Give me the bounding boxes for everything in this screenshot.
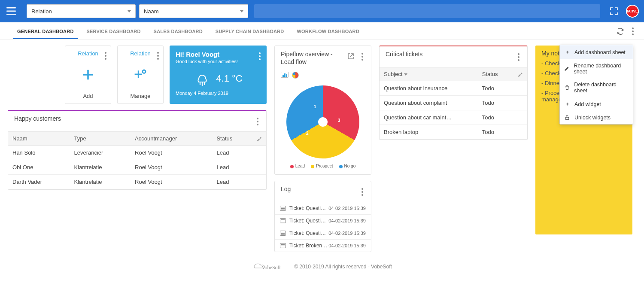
quick-cards-row: Relation Add Relation Manage: [8, 46, 267, 104]
card-menu-button[interactable]: [103, 50, 108, 61]
tab-toolbar: [616, 26, 635, 37]
list-icon: [280, 231, 286, 236]
dashboard-content: Relation Add Relation Manage: [0, 40, 644, 256]
log-item[interactable]: Ticket: Questi…04-02-2019 15:39: [275, 214, 371, 227]
col-type[interactable]: Type: [70, 132, 131, 146]
external-link-icon: [347, 53, 354, 60]
card-action: Manage: [131, 93, 151, 99]
svg-rect-1: [6, 11, 16, 12]
refresh-icon: [617, 27, 624, 35]
list-icon: [280, 243, 286, 248]
table-row[interactable]: Han SoloLeverancierRoel VoogtLead: [8, 146, 266, 160]
table-row[interactable]: Question about complaintTodo: [380, 96, 527, 110]
table-row[interactable]: Question about insuranceTodo: [380, 81, 527, 96]
tab-sales-dashboard[interactable]: SALES DASHBOARD: [149, 24, 207, 39]
table-settings-button[interactable]: [252, 132, 266, 146]
card-menu-button[interactable]: [360, 51, 365, 62]
col-status[interactable]: Status: [212, 132, 252, 146]
weather-temperature: 4.1 °C: [216, 73, 242, 84]
pencil-icon: [564, 66, 569, 71]
plus-icon: ＋: [564, 49, 570, 56]
col-naam[interactable]: Naam: [8, 132, 70, 146]
search-input[interactable]: [254, 4, 600, 18]
table-row[interactable]: Broken laptopTodo: [380, 125, 527, 140]
menu-add-widget[interactable]: ＋ Add widget: [560, 97, 633, 111]
dashboard-menu-button[interactable]: [630, 26, 635, 37]
critical-tickets-widget: Critical tickets Subject Status Question…: [379, 46, 528, 140]
add-relation-card[interactable]: Relation Add: [65, 46, 111, 104]
legend-item: Prospect: [311, 164, 333, 168]
list-icon: [280, 206, 286, 211]
open-link-button[interactable]: [346, 52, 355, 61]
footer-logo: VobeSoft: [252, 261, 291, 273]
tab-service-dashboard[interactable]: SERVICE DASHBOARD: [82, 24, 145, 39]
widget-title: Pipeflow overview - Lead flow: [281, 50, 346, 66]
chart-legend: Lead Prospect No go: [290, 164, 355, 168]
menu-add-dashboard-sheet[interactable]: ＋ Add dashboard sheet: [560, 45, 633, 59]
refresh-button[interactable]: [616, 27, 625, 36]
col-subject[interactable]: Subject: [380, 67, 478, 81]
widget-title: Log: [281, 186, 291, 192]
svg-text:VobeSoft: VobeSoft: [262, 265, 281, 271]
happy-customers-widget: Happy customers Naam Type Accountmanager…: [8, 110, 267, 190]
card-title: Relation: [130, 50, 151, 57]
relation-dropdown[interactable]: Relation: [27, 4, 136, 18]
log-item[interactable]: Ticket: Questi…04-02-2019 15:39: [275, 227, 371, 239]
menu-delete-dashboard-sheet[interactable]: Delete dashboard sheet: [560, 78, 633, 97]
hamburger-icon: [6, 7, 16, 15]
log-widget: Log Ticket: Questi…04-02-2019 15:39 Tick…: [274, 181, 371, 252]
trash-icon: [564, 85, 570, 90]
card-menu-button[interactable]: [257, 51, 262, 62]
card-menu-button[interactable]: [255, 116, 260, 127]
critical-tickets-table: Subject Status Question about insuranceT…: [380, 67, 527, 140]
topbar: Relation Naam MARVEL: [0, 0, 644, 22]
log-item[interactable]: Ticket: Questi…04-02-2019 15:39: [275, 202, 371, 214]
tab-general-dashboard[interactable]: GENERAL DASHBOARD: [13, 24, 78, 39]
card-menu-button[interactable]: [360, 186, 365, 198]
pie-label-nogo: 1: [314, 104, 316, 109]
footer-copyright: © 2010-2019 All rights reserved - VobeSo…: [294, 264, 392, 270]
table-settings-button[interactable]: [513, 67, 527, 81]
pie-label-lead: 3: [338, 118, 340, 123]
weather-card: Hi! Roel Voogt Good luck with your activ…: [170, 46, 267, 104]
fullscreen-button[interactable]: [608, 5, 620, 17]
widget-title: Happy customers: [14, 115, 61, 122]
weather-date: Monday 4 February 2019: [176, 91, 261, 96]
menu-rename-dashboard-sheet[interactable]: Rename dashboard sheet: [560, 59, 633, 78]
unlock-icon: [564, 115, 570, 120]
col-accountmanager[interactable]: Accountmanager: [131, 132, 212, 146]
chevron-down-icon: [128, 10, 131, 12]
relation-dropdown-label: Relation: [31, 8, 52, 15]
tab-workflow-dashboard[interactable]: WORKFLOW DASHBOARD: [293, 24, 364, 39]
hamburger-menu[interactable]: [5, 5, 17, 17]
bar-chart-toggle[interactable]: [281, 72, 289, 78]
wrench-icon: [256, 136, 262, 142]
avatar[interactable]: MARVEL: [626, 5, 639, 18]
svg-rect-2: [6, 14, 16, 15]
col-status[interactable]: Status: [478, 67, 513, 81]
tab-supply-chain-dashboard[interactable]: SUPPLY CHAIN DASHBOARD: [211, 24, 289, 39]
weather-subtext: Good luck with your activities!: [176, 59, 261, 64]
card-menu-button[interactable]: [155, 50, 161, 61]
plus-icon: ＋: [564, 100, 570, 108]
chevron-down-icon: [240, 10, 243, 12]
menu-unlock-widgets[interactable]: Unlock widgets: [560, 111, 633, 124]
card-menu-button[interactable]: [516, 52, 521, 63]
card-action: Add: [83, 93, 93, 99]
table-row[interactable]: Obi OneKlantrelatieRoel VoogtLead: [8, 160, 266, 175]
list-icon: [280, 218, 286, 223]
pipeflow-widget: Pipeflow overview - Lead flow 3 2 1: [274, 46, 371, 175]
wrench-icon: [517, 71, 523, 77]
naam-dropdown[interactable]: Naam: [139, 4, 248, 18]
plus-gear-icon: [133, 67, 148, 82]
manage-relation-card[interactable]: Relation Manage: [117, 46, 164, 104]
footer: VobeSoft © 2010-2019 All rights reserved…: [0, 256, 644, 281]
table-row[interactable]: Question about car maint…Todo: [380, 110, 527, 125]
log-item[interactable]: Ticket: Broken…04-02-2019 15:39: [275, 239, 371, 252]
pie-chart-toggle[interactable]: [292, 72, 299, 79]
fullscreen-icon: [610, 7, 618, 15]
plus-icon: [81, 67, 95, 82]
table-row[interactable]: Darth VaderKlantrelatieRoel VoogtLead: [8, 175, 266, 189]
svg-rect-0: [6, 7, 16, 9]
pie-label-prospect: 2: [306, 131, 309, 136]
